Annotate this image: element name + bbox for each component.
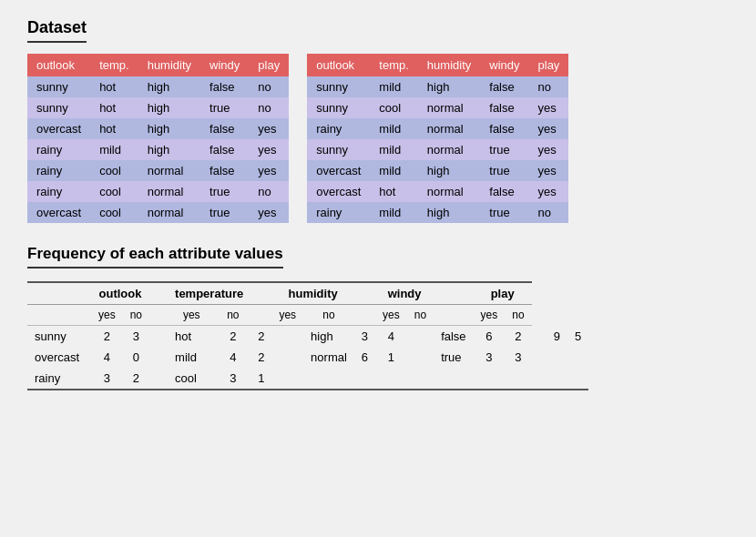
freq-outlook-no: no: [123, 305, 149, 326]
table2-cell: rainy: [307, 118, 370, 139]
table1-header-windy: windy: [200, 54, 249, 76]
table1-header-play: play: [249, 54, 289, 76]
freq-overcast-yes: 4: [91, 347, 123, 368]
freq-play-no: no: [505, 305, 531, 326]
freq-label-sunny: sunny: [27, 326, 91, 348]
freq-spacer10: [271, 326, 303, 348]
table1-cell: normal: [138, 181, 200, 202]
table2-cell: yes: [529, 181, 569, 202]
freq-label-rainy: rainy: [27, 368, 91, 390]
table1-cell: rainy: [27, 181, 90, 202]
freq-col-outlook: outlook: [91, 282, 149, 305]
freq-high-no: 4: [375, 326, 407, 348]
freq-row-2: overcast 4 0 mild 4 2 normal 6 1 true 3 …: [27, 347, 588, 368]
table2-cell: normal: [418, 139, 480, 160]
table1-cell: high: [138, 97, 200, 118]
table1-row: rainymildhighfalseyes: [27, 139, 289, 160]
tables-row: outlook temp. humidity windy play sunnyh…: [27, 54, 729, 223]
freq-cool-no: 1: [250, 368, 271, 390]
table1-cell: mild: [90, 139, 138, 160]
freq-col-humidity: humidity: [271, 282, 353, 305]
freq-play-blank2: [567, 347, 588, 368]
freq-spacer17: [149, 368, 168, 390]
table2-cell: overcast: [307, 160, 370, 181]
table1-cell: rainy: [27, 160, 90, 181]
freq-windy-no: no: [407, 305, 434, 326]
table1-cell: no: [249, 97, 289, 118]
freq-col-windy: windy: [375, 282, 434, 305]
freq-label-cool: cool: [168, 368, 215, 390]
freq-spacer18: [271, 368, 303, 390]
table2-cell: yes: [529, 160, 569, 181]
table1-cell: yes: [249, 202, 289, 223]
table1-row: sunnyhothighfalseno: [27, 76, 289, 97]
table1-cell: overcast: [27, 202, 90, 223]
freq-spacer20: [532, 368, 547, 390]
freq-table: outlook temperature humidity windy play …: [27, 281, 588, 390]
freq-rainy-yes: 3: [91, 368, 123, 390]
freq-outlook-yes: yes: [91, 305, 123, 326]
table2-cell: no: [529, 76, 569, 97]
freq-spacer7: [354, 305, 375, 326]
table2-cell: true: [480, 202, 528, 223]
freq-windy-yes: yes: [375, 305, 407, 326]
freq-spacer16: [532, 347, 547, 368]
freq-play-9: 9: [547, 326, 567, 348]
table2-header-play: play: [529, 54, 569, 76]
freq-humidity-yes: yes: [271, 305, 303, 326]
table1-header-outlook: outlook: [27, 54, 90, 76]
table1-row: rainycoolnormalfalseyes: [27, 160, 289, 181]
freq-spacer13: [149, 347, 168, 368]
table1-cell: false: [200, 118, 249, 139]
table2-header-windy: windy: [480, 54, 528, 76]
table2-cell: sunny: [307, 139, 370, 160]
freq-play-yes: yes: [474, 305, 506, 326]
table2-cell: rainy: [307, 202, 370, 223]
table2-cell: sunny: [307, 97, 370, 118]
freq-humidity-no: no: [303, 305, 354, 326]
table1-cell: overcast: [27, 118, 90, 139]
table2-cell: no: [529, 202, 569, 223]
freq-overcast-no: 0: [123, 347, 149, 368]
table1-row: sunnyhothightrueno: [27, 97, 289, 118]
table2-cell: mild: [370, 76, 418, 97]
table2-cell: normal: [418, 181, 480, 202]
table2-row: rainymildhightrueno: [307, 202, 568, 223]
freq-high-yes: 3: [354, 326, 375, 348]
table2-cell: high: [418, 76, 480, 97]
freq-hot-yes: 2: [216, 326, 251, 348]
data-table-2: outlook temp. humidity windy play sunnym…: [307, 54, 568, 223]
freq-spacer5: [149, 305, 168, 326]
freq-true-no: 3: [505, 347, 531, 368]
freq-temp-no: no: [216, 305, 251, 326]
freq-play-blank1: [547, 347, 567, 368]
table1-cell: yes: [249, 139, 289, 160]
table1-cell: true: [200, 97, 249, 118]
table1-cell: yes: [249, 118, 289, 139]
freq-spacer15: [407, 347, 434, 368]
data-table-1: outlook temp. humidity windy play sunnyh…: [27, 54, 289, 223]
table1-cell: cool: [90, 160, 138, 181]
table1-cell: no: [249, 181, 289, 202]
freq-rainy-no: 2: [123, 368, 149, 390]
table2-cell: false: [480, 118, 528, 139]
table2-cell: false: [480, 76, 528, 97]
table2-header-outlook: outlook: [307, 54, 370, 76]
freq-title: Frequency of each attribute values: [27, 245, 283, 268]
table1-cell: cool: [90, 202, 138, 223]
table2-cell: cool: [370, 97, 418, 118]
freq-label-overcast: overcast: [27, 347, 91, 368]
table2-row: overcasthotnormalfalseyes: [307, 181, 568, 202]
freq-label-mild: mild: [168, 347, 215, 368]
freq-spacer12: [532, 326, 547, 348]
freq-label-true: true: [434, 347, 473, 368]
freq-false-yes: 6: [474, 326, 506, 348]
dataset-section: Dataset outlook temp. humidity windy pla…: [27, 18, 729, 223]
freq-spacer14: [271, 347, 303, 368]
freq-sunny-yes: 2: [91, 326, 123, 348]
freq-row-3: rainy 3 2 cool 3 1: [27, 368, 588, 390]
freq-blank2: [354, 368, 375, 390]
freq-normal-no: 1: [375, 347, 407, 368]
table1-cell: sunny: [27, 97, 90, 118]
freq-blank1: [303, 368, 354, 390]
